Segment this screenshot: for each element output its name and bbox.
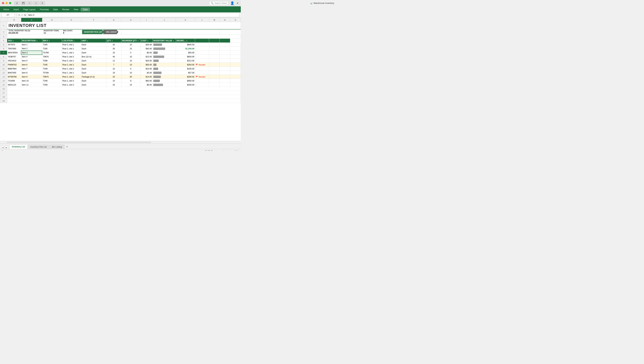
menu-home[interactable]: Home [1, 8, 11, 11]
qty-9[interactable]: 12 [106, 59, 122, 63]
sku-11[interactable]: BM87684 [7, 67, 21, 71]
unit-dropdown-arrow[interactable]: ▼ [87, 40, 88, 42]
zoom-out-button[interactable]: − [215, 150, 216, 151]
desc-9[interactable]: Item 5 [21, 59, 42, 63]
qty-10[interactable]: 7 [106, 63, 122, 67]
loc-11[interactable]: Row 1, slot 2 [62, 67, 81, 71]
desc-8[interactable]: Item 4 [21, 55, 42, 59]
col-header-l[interactable]: L [195, 18, 209, 22]
sidebar-toggle-icon[interactable]: ⊟ [14, 1, 20, 5]
loc-9[interactable]: Row 3, slot 1 [62, 59, 81, 63]
loc-13[interactable]: Row 2, slot 2 [62, 75, 81, 79]
formula-cancel-icon[interactable]: ✕ [18, 14, 20, 17]
cost-13[interactable]: $14.00 [140, 75, 152, 79]
qty-15[interactable]: 25 [106, 83, 122, 87]
cost-dropdown-arrow[interactable]: ▼ [147, 40, 148, 42]
cost-8[interactable]: $15.00 [140, 55, 152, 59]
menu-insert[interactable]: Insert [12, 8, 21, 11]
account-icon[interactable]: 👤 [230, 1, 234, 5]
title-cell[interactable]: INVENTORY LIST [7, 22, 240, 30]
reorder-qty-8[interactable]: 10 [122, 55, 140, 59]
bin-12[interactable]: T5789 [42, 71, 62, 75]
sku-10[interactable]: PW98762 [7, 63, 21, 67]
desc-12[interactable]: Item 8 [21, 71, 42, 75]
page-break-icon[interactable]: ⊡ [211, 150, 213, 151]
sku-12[interactable]: BH67655 [7, 71, 21, 75]
cost-7[interactable]: $5.00 [140, 51, 152, 55]
bin-15[interactable]: T349 [42, 83, 62, 87]
col-description[interactable]: DESCRIPTION ▼ [21, 39, 42, 43]
reorder-dropdown-arrow[interactable]: ▼ [186, 40, 188, 42]
inv-val-5[interactable]: $600.00 [176, 43, 195, 47]
col-header-n[interactable]: N [220, 18, 230, 22]
formula-confirm-icon[interactable]: ✓ [21, 14, 23, 17]
sku-9[interactable]: XR23423 [7, 59, 21, 63]
reorder-qty-13[interactable]: 30 [122, 75, 140, 79]
bin-lookup-button[interactable]: BIN LOOKUP [103, 30, 118, 34]
cost-12[interactable]: $3.00 [140, 71, 152, 75]
col-header-e[interactable]: E [62, 18, 81, 22]
qty-6[interactable]: 30 [106, 47, 122, 51]
sku-8[interactable]: YE98767 [7, 55, 21, 59]
col-header-g[interactable]: G [106, 18, 122, 22]
bin-dropdown-arrow[interactable]: ▼ [49, 40, 50, 42]
loc-10[interactable]: Row 2, slot 1 [62, 63, 81, 67]
close-button[interactable] [2, 2, 4, 4]
sku-13[interactable]: WT98768 [7, 75, 21, 79]
unit-11[interactable]: Each [81, 67, 106, 71]
cost-9[interactable]: $26.00 [140, 59, 152, 63]
undo-icon[interactable]: ↩ [27, 1, 32, 5]
bin-9[interactable]: T098 [42, 59, 62, 63]
qty-11[interactable]: 10 [106, 67, 122, 71]
cost-10[interactable]: $50.00 [140, 63, 152, 67]
loc-8[interactable]: Row 3, slot 2 [62, 55, 81, 59]
menu-table[interactable]: Table [80, 8, 90, 11]
col-header-d[interactable]: D [42, 18, 62, 22]
desc-6[interactable]: Item 2 [21, 47, 42, 51]
menu-formulas[interactable]: Formulas [38, 8, 51, 11]
unit-7[interactable]: Each [81, 51, 106, 55]
grid-view-icon[interactable]: ⊞ [205, 150, 207, 151]
reorder-qty-14[interactable]: 8 [122, 79, 140, 83]
inv-val-10[interactable]: $350.00 [176, 63, 195, 67]
qty-5[interactable]: 20 [106, 43, 122, 47]
col-reorder[interactable]: REORD... ▼ [176, 39, 195, 43]
col-header-k[interactable]: K [176, 18, 195, 22]
qty-13[interactable]: 20 [106, 75, 122, 79]
unit-9[interactable]: Each [81, 59, 106, 63]
reorder-qty-5[interactable]: 10 [122, 43, 140, 47]
inv-val-7[interactable]: $50.00 [176, 51, 195, 55]
col-cost[interactable]: COST ▼ [140, 39, 152, 43]
cell-reference-input[interactable] [1, 13, 15, 17]
desc-5[interactable]: Item 1 [21, 43, 42, 47]
desc-7[interactable]: Item 3 [21, 51, 42, 55]
sku-7[interactable]: MK676554 [7, 51, 21, 55]
unit-14[interactable]: Each [81, 79, 106, 83]
col-header-b[interactable]: B [7, 18, 21, 22]
zoom-slider-thumb[interactable] [223, 150, 225, 151]
sku-6[interactable]: TR87680 [7, 47, 21, 51]
sku-14[interactable]: TS3456 [7, 79, 21, 83]
reorder-qty-12[interactable]: 10 [122, 71, 140, 75]
loc-5[interactable]: Row 2, slot 1 [62, 43, 81, 47]
col-sku[interactable]: SKU ▼ [7, 39, 21, 43]
bin-11[interactable]: T349 [42, 67, 62, 71]
col-header-j[interactable]: J [153, 18, 176, 22]
qty-12[interactable]: 19 [106, 71, 122, 75]
search-bar[interactable]: 🔍 Search Sheet [209, 1, 228, 5]
sheet-next-button[interactable]: ▶ [5, 146, 8, 149]
cost-5[interactable]: $30.00 [140, 43, 152, 47]
inv-val-dropdown-arrow[interactable]: ▼ [173, 40, 174, 42]
scrollbar-thumb[interactable] [7, 142, 151, 143]
col-qty[interactable]: QTY ▼ [106, 39, 122, 43]
bin-5[interactable]: T345 [42, 43, 62, 47]
maximize-button[interactable] [9, 2, 11, 4]
bin-7[interactable]: T5789 [42, 51, 62, 55]
inv-val-11[interactable]: $100.00 [176, 67, 195, 71]
menu-view[interactable]: View [72, 8, 80, 11]
cost-14[interactable]: $60.00 [140, 79, 152, 83]
qty-8[interactable]: 40 [106, 55, 122, 59]
expand-icon[interactable]: ▼ [236, 2, 239, 5]
menu-page-layout[interactable]: Page Layout [21, 8, 38, 11]
menu-data[interactable]: Data [51, 8, 60, 11]
